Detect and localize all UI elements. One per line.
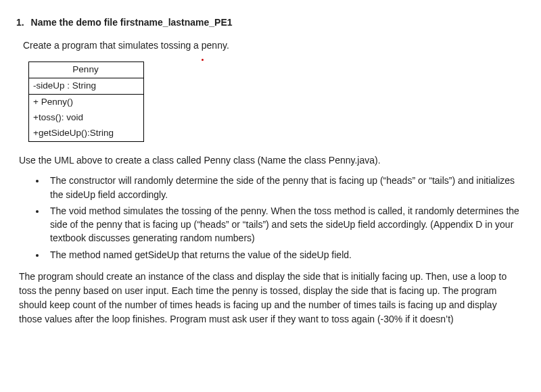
instruction-text: Use the UML above to create a class call… [19,154,522,168]
requirements-list: The constructor will randomly determine … [46,174,522,262]
uml-method: + Penny() [29,94,144,109]
uml-method: +getSideUp():String [29,126,144,141]
question-number: 1. [16,17,24,28]
uml-method: +toss(): void [29,110,144,126]
closing-paragraph: The program should create an instance of… [19,270,519,326]
uml-attribute: -sideUp : String [29,78,144,95]
uml-diagram: Penny -sideUp : String + Penny() +toss()… [28,62,522,141]
list-item: The void method simulates the tossing of… [46,204,522,245]
list-item: The constructor will randomly determine … [46,174,522,201]
uml-table: Penny -sideUp : String + Penny() +toss()… [28,62,144,141]
intro-text: Create a program that simulates tossing … [23,39,522,53]
uml-class-name: Penny [29,62,144,78]
red-dot-marker [202,59,204,61]
question-heading: 1. Name the demo file firstname_lastname… [16,16,522,30]
list-item: The method named getSideUp that returns … [46,248,522,262]
question-title-text: Name the demo file firstname_lastname_PE… [31,17,233,28]
